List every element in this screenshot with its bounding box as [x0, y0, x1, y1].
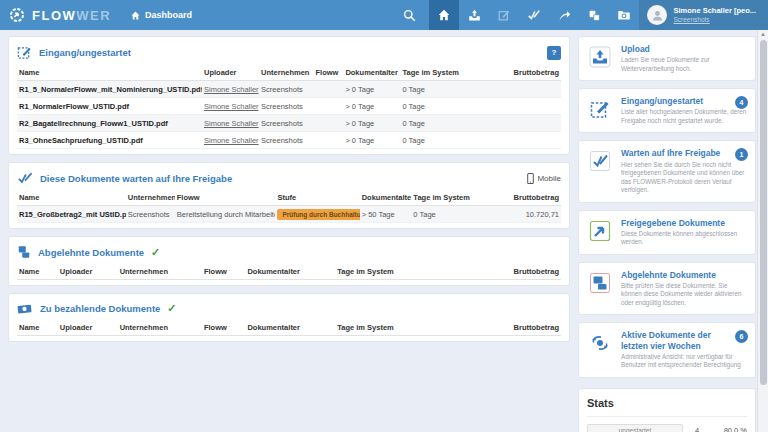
col-name[interactable]: Name — [17, 65, 202, 81]
col-uploader[interactable]: Uploader — [58, 320, 118, 336]
uploader-link[interactable]: Simone Schaller — [202, 115, 259, 132]
col-name[interactable]: Name — [17, 264, 58, 280]
uploader-link[interactable]: Simone Schaller — [202, 132, 259, 149]
mobile-view-link[interactable]: Mobile — [527, 173, 561, 184]
status-badge: ungestartet — [587, 424, 683, 432]
rejected-docs-icon — [587, 270, 613, 296]
sidebar-card-rejected[interactable]: Abgelehnte Dokumente Bitte prüfen Sie di… — [578, 262, 756, 316]
col-uploader[interactable]: Uploader — [58, 264, 118, 280]
breadcrumb-label: Dashboard — [145, 10, 192, 20]
eye-activity-icon — [587, 330, 613, 356]
document-link[interactable]: R1_NormalerFloww_USTID.pdf — [17, 98, 202, 115]
sidebar: Upload Laden Sie neue Dokumente zur Weit… — [578, 36, 756, 432]
table-row[interactable]: R2_Bagatellrechnung_Floww1_USTID.pdf Sim… — [17, 115, 561, 132]
panel-rejected: Abgelehnte Dokumente ✓ Name Uploader Unt… — [8, 236, 570, 286]
panel-payable: Zu bezahlende Dokumente ✓ Name Uploader … — [8, 293, 570, 342]
edit-icon[interactable] — [489, 0, 519, 30]
gear-logo-icon — [8, 6, 26, 24]
sidebar-card-active-documents[interactable]: Aktive Dokumente der letzten vier Wochen… — [578, 322, 756, 377]
col-tage[interactable]: Tage im System — [400, 65, 476, 81]
table-row[interactable]: R1_NormalerFloww_USTID.pdf Simone Schall… — [17, 98, 561, 115]
approve-icon[interactable] — [519, 0, 549, 30]
scrollbar-up-arrow-icon[interactable]: ▲ — [758, 30, 768, 39]
col-unternehmen[interactable]: Unternehmen — [259, 65, 313, 81]
col-tage[interactable]: Tage im System — [335, 264, 476, 280]
col-uploader[interactable]: Uploader — [202, 65, 259, 81]
home-icon[interactable] — [429, 0, 459, 30]
rejected-docs-icon — [17, 245, 31, 259]
user-name: Simone Schaller [peo... — [673, 7, 756, 16]
upload-icon[interactable] — [459, 0, 489, 30]
home-crumb-icon — [131, 11, 140, 20]
col-bruttobetrag[interactable]: Bruttobetrag — [477, 264, 561, 280]
document-link[interactable]: R15_Großbetrag2_mit UStID.pdf — [17, 206, 126, 223]
approval-table: Name Unternehmen Floww Stufe Dokumentalt… — [17, 190, 561, 223]
sidebar-card-released[interactable]: Freigegebene Dokumente Diese Dokumente k… — [578, 210, 756, 255]
sidebar-card-waiting-approval[interactable]: Warten auf Ihre Freigabe Hier sehen Sie … — [578, 140, 756, 202]
col-bruttobetrag[interactable]: Bruttobetrag — [477, 65, 561, 81]
pencil-square-icon — [17, 45, 32, 60]
rejected-table: Name Uploader Unternehmen Floww Dokument… — [17, 264, 561, 280]
avatar — [647, 5, 667, 25]
vertical-scrollbar[interactable]: ▲ — [757, 30, 768, 432]
documents-icon[interactable] — [579, 0, 609, 30]
brand-logo[interactable]: FLOWWER — [0, 0, 121, 30]
panel-payable-title: Zu bezahlende Dokumente — [40, 303, 160, 314]
double-check-icon — [587, 148, 613, 174]
col-bruttobetrag[interactable]: Bruttobetrag — [477, 320, 561, 336]
breadcrumb-dashboard[interactable]: Dashboard — [121, 0, 202, 30]
banknote-icon — [17, 302, 33, 315]
col-floww[interactable]: Floww — [175, 190, 276, 206]
sidebar-card-inbox[interactable]: Eingang/ungestartet Liste aller hochgela… — [578, 88, 756, 133]
panel-rejected-title: Abgelehnte Dokumente — [38, 247, 144, 258]
document-link[interactable]: R3_OhneSachpruefung_USTID.pdf — [17, 132, 202, 149]
col-name[interactable]: Name — [17, 190, 126, 206]
sidebar-card-upload[interactable]: Upload Laden Sie neue Dokumente zur Weit… — [578, 36, 756, 81]
stat-row-ungestartet: ungestartet 4 80.0 % — [587, 424, 747, 432]
stats-title: Stats — [587, 397, 747, 417]
col-name[interactable]: Name — [17, 320, 58, 336]
table-row[interactable]: R15_Großbetrag2_mit UStID.pdf Screenshot… — [17, 206, 561, 223]
all-clear-check-icon: ✓ — [167, 303, 176, 314]
share-arrow-icon[interactable] — [549, 0, 579, 30]
table-row[interactable]: R3_OhneSachpruefung_USTID.pdf Simone Sch… — [17, 132, 561, 149]
col-dokumentalter[interactable]: Dokumentalter — [343, 65, 400, 81]
stage-badge: Prüfung durch Buchhaltung — [277, 209, 359, 220]
col-bruttobetrag[interactable]: Bruttobetrag — [485, 190, 561, 206]
top-navbar: FLOWWER Dashboard — [0, 0, 768, 30]
all-clear-check-icon: ✓ — [151, 247, 160, 258]
user-company[interactable]: Screenshots — [673, 16, 756, 23]
panel-inbox-title: Eingang/ungestartet — [39, 47, 131, 58]
user-menu[interactable]: Simone Schaller [peo... Screenshots — [639, 0, 768, 30]
col-floww[interactable]: Floww — [202, 320, 246, 336]
col-unternehmen[interactable]: Unternehmen — [118, 264, 202, 280]
stats-panel: Stats ungestartet 4 80.0 % Stufe 1 1 20.… — [578, 388, 756, 432]
uploader-link[interactable]: Simone Schaller — [202, 81, 259, 98]
table-row[interactable]: R1_5_NormalerFloww_mit_Nominierung_USTID… — [17, 81, 561, 98]
inbox-table: Name Uploader Unternehmen Floww Dokument… — [17, 65, 561, 149]
col-tage[interactable]: Tage im System — [335, 320, 476, 336]
pencil-square-icon — [587, 96, 613, 122]
scrollbar-thumb[interactable] — [760, 40, 767, 385]
col-dokumentalter[interactable]: Dokumentalter — [245, 320, 335, 336]
document-link[interactable]: R2_Bagatellrechnung_Floww1_USTID.pdf — [17, 115, 202, 132]
smartphone-icon — [527, 173, 534, 184]
col-unternehmen[interactable]: Unternehmen — [118, 320, 202, 336]
col-dokumentalter[interactable]: Dokumentalter — [360, 190, 412, 206]
payable-table: Name Uploader Unternehmen Floww Dokument… — [17, 320, 561, 336]
col-dokumentalter[interactable]: Dokumentalter — [245, 264, 335, 280]
col-unternehmen[interactable]: Unternehmen — [126, 190, 175, 206]
help-button[interactable]: ? — [547, 46, 561, 60]
col-floww[interactable]: Floww — [202, 264, 246, 280]
document-link[interactable]: R1_5_NormalerFloww_mit_Nominierung_USTID… — [17, 81, 202, 98]
panel-approval-title: Diese Dokumente warten auf Ihre Freigabe — [40, 173, 232, 184]
upload-tray-icon — [587, 44, 613, 70]
folder-icon[interactable] — [609, 0, 639, 30]
double-check-icon — [17, 171, 33, 185]
col-stufe[interactable]: Stufe — [275, 190, 359, 206]
col-floww[interactable]: Floww — [313, 65, 343, 81]
col-tage[interactable]: Tage im System — [411, 190, 484, 206]
uploader-link[interactable]: Simone Schaller — [202, 98, 259, 115]
header-nav-icons — [389, 0, 639, 30]
search-icon[interactable] — [389, 0, 429, 30]
